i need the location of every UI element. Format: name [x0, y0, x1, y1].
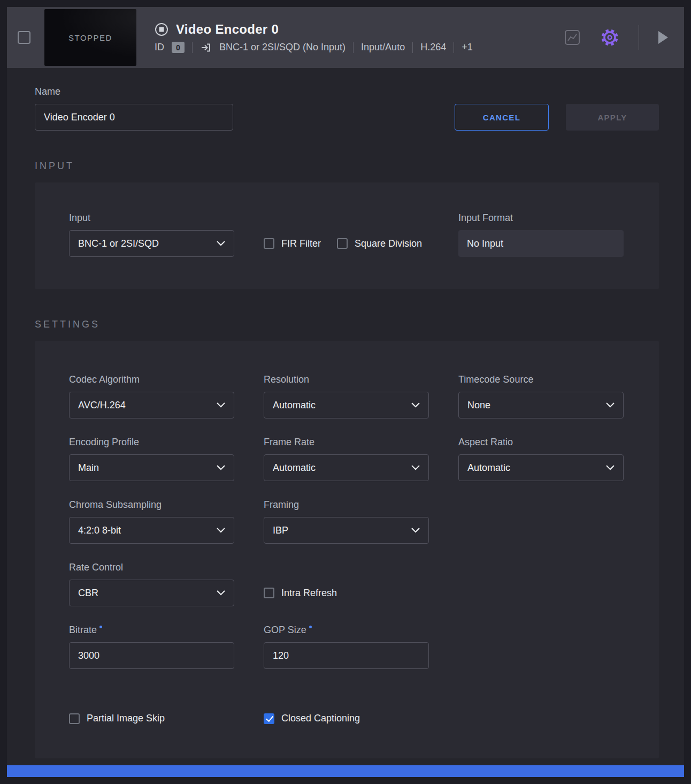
intra-refresh-checkbox-row[interactable]: Intra Refresh	[264, 588, 337, 599]
header-actions	[562, 25, 670, 50]
aspect-ratio-select[interactable]: Automatic	[458, 454, 624, 481]
chevron-down-icon	[217, 528, 225, 533]
codec-algorithm-field: Codec Algorithm AVC/H.264	[69, 374, 234, 418]
preview-thumbnail: STOPPED	[44, 9, 136, 66]
meta-divider	[192, 42, 193, 53]
input-select[interactable]: BNC-1 or 2SI/SQD	[69, 230, 234, 257]
chroma-subsampling-select[interactable]: 4:2:0 8-bit	[69, 517, 234, 544]
settings-bottom-checks: Partial Image Skip Closed Captioning	[69, 713, 625, 724]
frame-rate-label: Frame Rate	[264, 437, 429, 448]
chevron-down-icon	[606, 465, 615, 470]
meta-input-mode: Input/Auto	[361, 42, 405, 53]
name-input[interactable]	[35, 104, 233, 131]
select-encoder-checkbox[interactable]	[18, 31, 30, 44]
codec-algorithm-label: Codec Algorithm	[69, 374, 234, 385]
form-actions: CANCEL APPLY	[455, 104, 659, 131]
gop-size-input[interactable]	[264, 642, 429, 669]
timecode-source-select[interactable]: None	[458, 392, 624, 418]
chevron-down-icon	[217, 465, 225, 470]
meta-divider	[412, 42, 413, 53]
required-indicator	[309, 626, 312, 628]
intra-refresh-checkbox[interactable]	[264, 588, 274, 598]
bitrate-label: Bitrate	[69, 625, 97, 635]
input-panel-col-1: Input BNC-1 or 2SI/SQD	[69, 212, 234, 257]
input-format-field: Input Format No Input	[458, 212, 624, 257]
chroma-subsampling-field: Chroma Subsampling 4:2:0 8-bit	[69, 499, 234, 544]
intra-refresh-field: Intra Refresh	[264, 562, 429, 606]
settings-col-3: Timecode Source None Aspect Ratio Automa…	[458, 374, 624, 669]
fir-filter-checkbox[interactable]	[264, 238, 274, 249]
chroma-subsampling-value: 4:2:0 8-bit	[78, 525, 121, 536]
required-indicator	[99, 626, 102, 628]
intra-refresh-label: Intra Refresh	[281, 588, 337, 599]
play-icon[interactable]	[656, 29, 670, 46]
settings-section-heading: SETTINGS	[35, 319, 659, 330]
chevron-down-icon	[217, 241, 225, 246]
aspect-ratio-label: Aspect Ratio	[458, 437, 624, 448]
header-divider	[639, 25, 639, 50]
id-badge: 0	[172, 42, 185, 53]
input-source-icon	[200, 42, 212, 54]
thumbnail-status-label: STOPPED	[68, 33, 112, 42]
settings-col-1: Codec Algorithm AVC/H.264 Encoding Profi…	[69, 374, 234, 669]
closed-captioning-label: Closed Captioning	[281, 713, 360, 724]
chevron-down-icon	[217, 402, 225, 408]
encoder-title: Video Encoder 0	[176, 22, 279, 37]
chevron-down-icon	[411, 402, 420, 408]
meta-more-count: +1	[462, 42, 473, 53]
codec-algorithm-select[interactable]: AVC/H.264	[69, 392, 234, 418]
gear-icon[interactable]	[598, 26, 621, 49]
aspect-ratio-value: Automatic	[467, 462, 510, 474]
frame-rate-select[interactable]: Automatic	[264, 454, 429, 481]
timecode-source-label: Timecode Source	[458, 374, 624, 385]
chevron-down-icon	[411, 465, 420, 470]
input-select-value: BNC-1 or 2SI/SQD	[78, 238, 159, 249]
chevron-down-icon	[217, 590, 225, 596]
resolution-field: Resolution Automatic	[264, 374, 429, 418]
chevron-down-icon	[606, 402, 615, 408]
settings-panel: Codec Algorithm AVC/H.264 Encoding Profi…	[35, 341, 659, 758]
rate-control-select[interactable]: CBR	[69, 580, 234, 606]
cancel-button[interactable]: CANCEL	[455, 104, 549, 131]
resolution-label: Resolution	[264, 374, 429, 385]
meta-codec: H.264	[420, 42, 446, 53]
frame-rate-field: Frame Rate Automatic	[264, 437, 429, 481]
title-block: Video Encoder 0 ID 0 BNC-1 or 2SI/SQD (N…	[155, 22, 473, 54]
chevron-down-icon	[411, 528, 420, 533]
input-panel-col-3: Input Format No Input	[458, 212, 624, 257]
framing-label: Framing	[264, 499, 429, 511]
resolution-select[interactable]: Automatic	[264, 392, 429, 418]
timecode-source-value: None	[467, 400, 490, 411]
framing-select[interactable]: IBP	[264, 517, 429, 544]
framing-value: IBP	[273, 525, 288, 536]
settings-col-2: Resolution Automatic Frame Rate Automati…	[264, 374, 429, 669]
encoding-profile-select[interactable]: Main	[69, 454, 234, 481]
resolution-value: Automatic	[273, 400, 316, 411]
input-format-value: No Input	[458, 230, 624, 257]
aspect-ratio-field: Aspect Ratio Automatic	[458, 437, 624, 481]
partial-image-skip-checkbox-row[interactable]: Partial Image Skip	[69, 713, 234, 724]
closed-captioning-checkbox-row[interactable]: Closed Captioning	[264, 713, 429, 724]
encoder-meta: ID 0 BNC-1 or 2SI/SQD (No Input) Input/A…	[155, 42, 473, 54]
encoding-profile-field: Encoding Profile Main	[69, 437, 234, 481]
fir-filter-checkbox-row[interactable]: FIR Filter	[264, 238, 321, 249]
bitrate-input[interactable]	[69, 642, 234, 669]
bitrate-field: Bitrate	[69, 625, 234, 669]
meta-input-source: BNC-1 or 2SI/SQD (No Input)	[219, 42, 346, 53]
square-division-label: Square Division	[355, 238, 422, 249]
meta-divider	[353, 42, 354, 53]
gop-size-field: GOP Size	[264, 625, 429, 669]
square-division-checkbox[interactable]	[337, 238, 348, 249]
closed-captioning-checkbox[interactable]	[264, 713, 274, 724]
square-division-checkbox-row[interactable]: Square Division	[337, 238, 422, 249]
apply-button[interactable]: APPLY	[566, 104, 659, 131]
input-panel-col-2: FIR Filter Square Division	[264, 212, 429, 257]
name-label: Name	[35, 86, 233, 97]
codec-algorithm-value: AVC/H.264	[78, 400, 126, 411]
partial-image-skip-checkbox[interactable]	[69, 713, 80, 724]
chart-stats-icon[interactable]	[562, 27, 583, 48]
partial-image-skip-label: Partial Image Skip	[87, 713, 165, 724]
timecode-source-field: Timecode Source None	[458, 374, 624, 418]
framing-field: Framing IBP	[264, 499, 429, 544]
meta-divider	[454, 42, 454, 53]
